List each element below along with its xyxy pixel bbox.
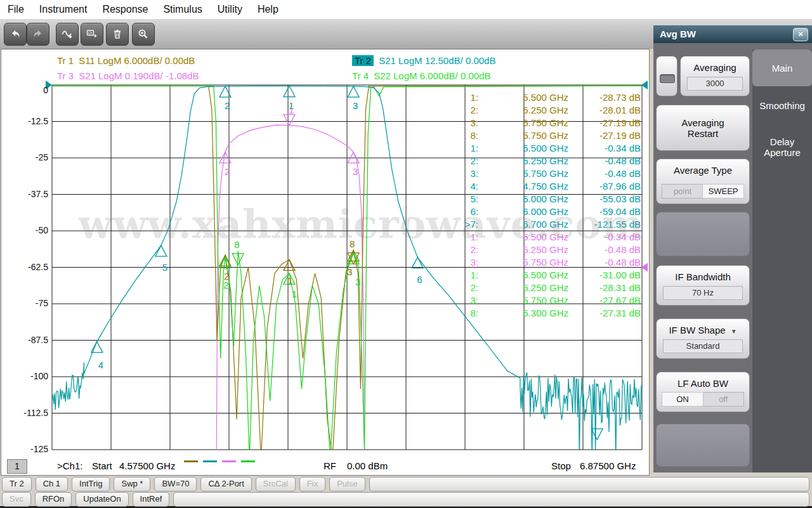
marker-value: -0.34 dB (568, 142, 641, 155)
tab-smoothing[interactable]: Smoothing (752, 88, 812, 122)
trace-label-tr2[interactable]: Tr 2S21 LogM 12.50dB/ 0.00dB (352, 55, 495, 66)
marker-value: -27.19 dB (568, 117, 641, 129)
marker-readout-row-tr4: 1:5.500 GHz-31.00 dB (455, 269, 641, 282)
lf-auto-bw-button[interactable]: LF Auto BWONoff (656, 372, 750, 412)
undo-icon[interactable] (4, 23, 27, 46)
marker-value: -59.04 dB (568, 205, 641, 218)
marker-3-label-tr4: 3 (355, 277, 360, 287)
y-axis-label--50: -50 (4, 225, 48, 235)
marker-frequency: 5.250 GHz (478, 155, 568, 167)
average-type-option-sweep[interactable]: SWEEP (702, 184, 744, 199)
marker-frequency: 5.500 GHz (478, 269, 568, 282)
marker-frequency: 5.750 GHz (478, 117, 568, 129)
add-trace-icon[interactable] (56, 23, 79, 46)
trace-id-tr1[interactable]: Tr 1 (57, 55, 74, 66)
trace-id-tr3[interactable]: Tr 3 (57, 70, 74, 81)
blank-button-1-button (656, 212, 750, 256)
average-type-label: Average Type (657, 165, 749, 176)
trace-format-tr1: S11 LogM 6.000dB/ 0.00dB (79, 55, 195, 66)
add-channel-icon[interactable]: Ch (81, 23, 103, 46)
menu-item-utility[interactable]: Utility (210, 1, 250, 18)
averaging-led-indicator (660, 74, 675, 83)
delete-trace-icon[interactable] (106, 23, 129, 46)
status-button-inttrig[interactable]: IntTrig (72, 477, 110, 492)
tab-delay-aperture[interactable]: Delay Aperture (752, 127, 812, 167)
status-button-swp-[interactable]: Swp * (114, 477, 150, 492)
status-button-bw-70[interactable]: BW=70 (154, 477, 197, 492)
menu-item-instrument[interactable]: Instrument (32, 1, 95, 18)
stop-label: Stop (551, 460, 571, 471)
menu-item-response[interactable]: Response (95, 1, 155, 18)
menu-item-file[interactable]: File (0, 1, 32, 18)
status-button-updateon[interactable]: UpdateOn (75, 492, 128, 507)
marker-readout-row-tr1: 1:5.500 GHz-28.73 dB (455, 91, 641, 104)
marker-readout-row-tr2: 6:6.000 GHz-59.04 dB (455, 205, 641, 218)
marker-2-label-tr3: 2 (225, 166, 230, 177)
trace-format-tr3: S21 LogM 0.190dB/ -1.08dB (79, 70, 199, 81)
menu-item-stimulus[interactable]: Stimulus (155, 1, 209, 18)
zoom-icon[interactable] (132, 23, 155, 46)
y-axis-label--62.5: -62.5 (4, 262, 48, 272)
if-bandwidth-value: 70 Hz (663, 286, 743, 300)
trace-id-tr2[interactable]: Tr 2 (352, 55, 374, 66)
status-button-pulse: Pulse (329, 477, 365, 492)
averaging-button[interactable]: Averaging3000 (680, 56, 750, 96)
marker-number: 5: (455, 193, 478, 205)
trace-label-tr3[interactable]: Tr 3S21 LogM 0.190dB/ -1.08dB (57, 70, 199, 81)
marker-number: 8: (455, 307, 478, 320)
marker-value: -0.48 dB (568, 256, 641, 269)
averaging-restart-button[interactable]: Averaging Restart (656, 105, 750, 151)
lf-auto-bw-toggle: ONoff (662, 392, 744, 407)
trace-id-tr4[interactable]: Tr 4 (352, 70, 369, 81)
marker-number: 3: (455, 167, 478, 180)
svg-text:Ch: Ch (88, 31, 93, 35)
stop-value: 6.87500 GHz (580, 460, 636, 471)
if-bandwidth-button[interactable]: IF Bandwidth70 Hz (656, 265, 750, 306)
y-axis-label--112.5: -112.5 (4, 408, 48, 418)
averaging-label: Averaging (681, 62, 749, 73)
marker-number: 2: (455, 155, 478, 167)
status-button-intref[interactable]: IntRef (133, 492, 170, 507)
average-type-option-point[interactable]: point (662, 185, 703, 198)
lf-auto-bw-option-off[interactable]: off (703, 393, 743, 406)
marker-frequency: 4.750 GHz (478, 180, 568, 193)
status-button-tr-2[interactable]: Tr 2 (2, 477, 32, 492)
blank-button-2-button (656, 424, 750, 467)
marker-value: -0.48 dB (568, 167, 641, 180)
if-bw-shape-label: IF BW Shape▼ (657, 325, 749, 335)
marker-frequency: 5.500 GHz (478, 231, 568, 244)
y-axis-label--25: -25 (4, 152, 48, 162)
trace-label-tr4[interactable]: Tr 4S22 LogM 6.000dB/ 0.00dB (352, 70, 490, 81)
status-button-row-1: Tr 2Ch 1IntTrigSwp *BW=70CΔ 2-PortSrcCal… (0, 477, 812, 492)
marker-value: -27.67 dB (568, 294, 641, 307)
lf-auto-bw-option-on[interactable]: ON (662, 392, 704, 407)
average-type-toggle: pointSWEEP (662, 184, 744, 199)
averaging-toggle-button[interactable] (656, 56, 678, 96)
marker-frequency: 6.000 GHz (478, 205, 568, 218)
if-bw-shape-button[interactable]: IF BW Shape▼Standard (656, 318, 750, 359)
status-button-row-2: SvcRFOnUpdateOnIntRef (0, 493, 812, 508)
marker-readout-row-tr2: 1:5.500 GHz-0.34 dB (455, 142, 641, 155)
marker-readout-row-tr4: 2:5.250 GHz-28.31 dB (455, 282, 641, 294)
marker-value: -28.73 dB (568, 91, 641, 104)
marker-readout-row-tr3: 1:5.500 GHz-0.34 dB (455, 231, 641, 244)
panel-title: Avg BW (653, 25, 812, 43)
status-button-rfon[interactable]: RFOn (35, 492, 72, 507)
close-icon[interactable]: × (793, 28, 808, 41)
average-type-button[interactable]: Average TypepointSWEEP (656, 159, 750, 204)
y-axis-label--37.5: -37.5 (4, 189, 48, 199)
marker-frequency: 6.700 GHz (478, 218, 568, 231)
status-button-ch-1[interactable]: Ch 1 (36, 477, 68, 492)
marker-value: -55.03 dB (568, 193, 641, 205)
marker-3-symbol-tr2 (348, 86, 359, 97)
channel-tab[interactable]: 1 (7, 459, 27, 474)
menu-item-help[interactable]: Help (250, 1, 286, 18)
trace-label-tr1[interactable]: Tr 1S11 LogM 6.000dB/ 0.00dB (57, 55, 195, 66)
tab-main[interactable]: Main (752, 49, 812, 86)
marker-value: -121.55 dB (568, 218, 641, 231)
marker-readout-row-tr3: 3:5.750 GHz-0.48 dB (455, 256, 641, 269)
status-button-c-2-port[interactable]: CΔ 2-Port (200, 477, 251, 492)
marker-readout-row-tr1: 2:5.250 GHz-28.01 dB (455, 104, 641, 117)
marker-number: 2: (455, 104, 478, 117)
marker-frequency: 5.250 GHz (478, 282, 568, 294)
